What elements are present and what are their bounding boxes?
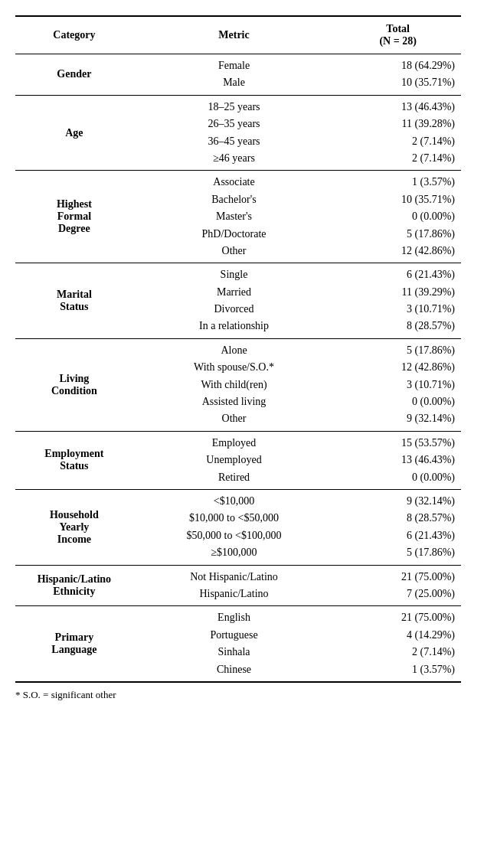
metric-cell-3: SingleMarriedDivorcedIn a relationship — [133, 263, 335, 339]
header-total: Total(N = 28) — [335, 16, 461, 54]
category-cell-2: HighestFormalDegree — [15, 171, 133, 263]
metric-cell-0: FemaleMale — [133, 54, 335, 96]
header-metric: Metric — [133, 16, 335, 54]
category-cell-7: Hispanic/LatinoEthnicity — [15, 565, 133, 606]
value-cell-2: 1 (3.57%)10 (35.71%)0 (0.00%)5 (17.86%)1… — [335, 171, 461, 263]
metric-cell-8: EnglishPortugueseSinhalaChinese — [133, 606, 335, 682]
value-cell-0: 18 (64.29%)10 (35.71%) — [335, 54, 461, 96]
value-cell-4: 5 (17.86%)12 (42.86%)3 (10.71%)0 (0.00%)… — [335, 338, 461, 431]
value-cell-8: 21 (75.00%)4 (14.29%)2 (7.14%)1 (3.57%) — [335, 606, 461, 682]
category-cell-6: HouseholdYearlyIncome — [15, 489, 133, 565]
value-cell-6: 9 (32.14%)8 (28.57%)6 (21.43%)5 (17.86%) — [335, 489, 461, 565]
value-cell-1: 13 (46.43%)11 (39.28%)2 (7.14%)2 (7.14%) — [335, 95, 461, 171]
category-cell-0: Gender — [15, 54, 133, 96]
metric-cell-1: 18–25 years26–35 years36–45 years≥46 yea… — [133, 95, 335, 171]
value-cell-3: 6 (21.43%)11 (39.29%)3 (10.71%)8 (28.57%… — [335, 263, 461, 339]
category-cell-3: MaritalStatus — [15, 263, 133, 339]
category-cell-1: Age — [15, 95, 133, 171]
metric-cell-7: Not Hispanic/LatinoHispanic/Latino — [133, 565, 335, 606]
statistics-table: Category Metric Total(N = 28) GenderFema… — [15, 15, 461, 701]
value-cell-7: 21 (75.00%)7 (25.00%) — [335, 565, 461, 606]
metric-cell-5: EmployedUnemployedRetired — [133, 431, 335, 489]
category-cell-4: LivingCondition — [15, 338, 133, 431]
footnote: * S.O. = significant other — [15, 689, 461, 701]
header-category: Category — [15, 16, 133, 54]
metric-cell-6: <$10,000$10,000 to <$50,000$50,000 to <$… — [133, 489, 335, 565]
category-cell-8: PrimaryLanguage — [15, 606, 133, 682]
value-cell-5: 15 (53.57%)13 (46.43%)0 (0.00%) — [335, 431, 461, 489]
metric-cell-2: AssociateBachelor'sMaster'sPhD/Doctorate… — [133, 171, 335, 263]
category-cell-5: EmploymentStatus — [15, 431, 133, 489]
metric-cell-4: AloneWith spouse/S.O.*With child(ren)Ass… — [133, 338, 335, 431]
